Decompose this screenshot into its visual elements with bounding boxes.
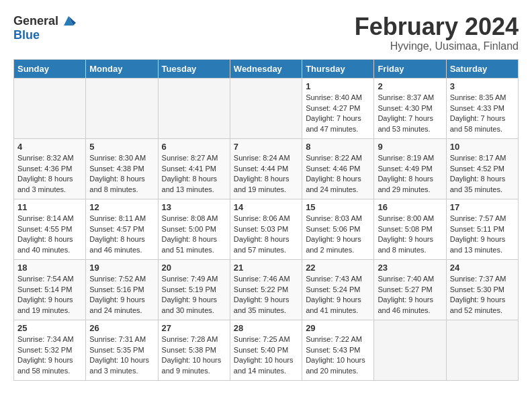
column-header-sunday: Sunday [14, 59, 86, 78]
calendar-cell [14, 78, 86, 138]
calendar-cell [86, 78, 158, 138]
day-info: Sunrise: 8:19 AM Sunset: 4:49 PM Dayligh… [378, 153, 442, 196]
calendar-cell: 19Sunrise: 7:52 AM Sunset: 5:16 PM Dayli… [86, 259, 158, 320]
day-number: 2 [378, 81, 442, 91]
calendar-cell: 1Sunrise: 8:40 AM Sunset: 4:27 PM Daylig… [302, 78, 374, 138]
day-number: 1 [306, 81, 370, 91]
column-header-saturday: Saturday [446, 59, 518, 78]
day-info: Sunrise: 8:27 AM Sunset: 4:41 PM Dayligh… [162, 153, 226, 196]
day-number: 21 [234, 263, 298, 273]
day-info: Sunrise: 7:34 AM Sunset: 5:32 PM Dayligh… [17, 334, 82, 377]
header: General Blue February 2024 Hyvinge, Uusi… [13, 13, 519, 52]
calendar-cell: 11Sunrise: 8:14 AM Sunset: 4:55 PM Dayli… [14, 199, 86, 259]
week-row-3: 11Sunrise: 8:14 AM Sunset: 4:55 PM Dayli… [14, 199, 519, 259]
calendar-cell [158, 78, 230, 138]
calendar-cell: 5Sunrise: 8:30 AM Sunset: 4:38 PM Daylig… [86, 138, 158, 199]
calendar-cell: 21Sunrise: 7:46 AM Sunset: 5:22 PM Dayli… [230, 259, 302, 320]
calendar-cell: 10Sunrise: 8:17 AM Sunset: 4:52 PM Dayli… [446, 138, 518, 199]
day-info: Sunrise: 8:17 AM Sunset: 4:52 PM Dayligh… [450, 153, 515, 196]
day-info: Sunrise: 7:46 AM Sunset: 5:22 PM Dayligh… [234, 274, 298, 317]
day-number: 24 [450, 263, 515, 273]
day-info: Sunrise: 8:35 AM Sunset: 4:33 PM Dayligh… [450, 93, 515, 136]
day-number: 16 [378, 202, 442, 212]
day-info: Sunrise: 8:40 AM Sunset: 4:27 PM Dayligh… [306, 93, 370, 136]
day-number: 10 [450, 142, 515, 152]
day-number: 20 [162, 263, 226, 273]
day-info: Sunrise: 7:54 AM Sunset: 5:14 PM Dayligh… [17, 274, 82, 317]
day-number: 7 [234, 142, 298, 152]
day-number: 3 [450, 81, 515, 91]
day-info: Sunrise: 8:30 AM Sunset: 4:38 PM Dayligh… [89, 153, 154, 196]
calendar-cell: 27Sunrise: 7:28 AM Sunset: 5:38 PM Dayli… [158, 320, 230, 380]
calendar-cell: 2Sunrise: 8:37 AM Sunset: 4:30 PM Daylig… [374, 78, 446, 138]
header-row: SundayMondayTuesdayWednesdayThursdayFrid… [14, 59, 519, 78]
calendar-cell [374, 320, 446, 380]
calendar-cell: 24Sunrise: 7:37 AM Sunset: 5:30 PM Dayli… [446, 259, 518, 320]
calendar-cell: 28Sunrise: 7:25 AM Sunset: 5:40 PM Dayli… [230, 320, 302, 380]
day-number: 8 [306, 142, 370, 152]
calendar-cell: 25Sunrise: 7:34 AM Sunset: 5:32 PM Dayli… [14, 320, 86, 380]
day-number: 9 [378, 142, 442, 152]
day-number: 25 [17, 323, 82, 333]
calendar-cell: 23Sunrise: 7:40 AM Sunset: 5:27 PM Dayli… [374, 259, 446, 320]
day-number: 5 [89, 142, 154, 152]
day-info: Sunrise: 8:37 AM Sunset: 4:30 PM Dayligh… [378, 93, 442, 136]
calendar-cell: 12Sunrise: 8:11 AM Sunset: 4:57 PM Dayli… [86, 199, 158, 259]
calendar-cell: 6Sunrise: 8:27 AM Sunset: 4:41 PM Daylig… [158, 138, 230, 199]
day-number: 19 [89, 263, 154, 273]
day-info: Sunrise: 7:22 AM Sunset: 5:43 PM Dayligh… [306, 334, 370, 377]
column-header-tuesday: Tuesday [158, 59, 230, 78]
calendar-table: SundayMondayTuesdayWednesdayThursdayFrid… [13, 59, 519, 381]
week-row-4: 18Sunrise: 7:54 AM Sunset: 5:14 PM Dayli… [14, 259, 519, 320]
calendar-cell: 15Sunrise: 8:03 AM Sunset: 5:06 PM Dayli… [302, 199, 374, 259]
calendar-cell: 29Sunrise: 7:22 AM Sunset: 5:43 PM Dayli… [302, 320, 374, 380]
day-number: 28 [234, 323, 298, 333]
day-number: 14 [234, 202, 298, 212]
calendar-cell: 3Sunrise: 8:35 AM Sunset: 4:33 PM Daylig… [446, 78, 518, 138]
column-header-friday: Friday [374, 59, 446, 78]
day-info: Sunrise: 8:06 AM Sunset: 5:03 PM Dayligh… [234, 214, 298, 257]
calendar-cell: 20Sunrise: 7:49 AM Sunset: 5:19 PM Dayli… [158, 259, 230, 320]
calendar-cell: 17Sunrise: 7:57 AM Sunset: 5:11 PM Dayli… [446, 199, 518, 259]
calendar-cell: 14Sunrise: 8:06 AM Sunset: 5:03 PM Dayli… [230, 199, 302, 259]
week-row-1: 1Sunrise: 8:40 AM Sunset: 4:27 PM Daylig… [14, 78, 519, 138]
day-info: Sunrise: 7:52 AM Sunset: 5:16 PM Dayligh… [89, 274, 154, 317]
day-info: Sunrise: 8:32 AM Sunset: 4:36 PM Dayligh… [17, 153, 82, 196]
day-number: 17 [450, 202, 515, 212]
calendar-cell: 9Sunrise: 8:19 AM Sunset: 4:49 PM Daylig… [374, 138, 446, 199]
day-info: Sunrise: 8:22 AM Sunset: 4:46 PM Dayligh… [306, 153, 370, 196]
calendar-cell: 26Sunrise: 7:31 AM Sunset: 5:35 PM Dayli… [86, 320, 158, 380]
column-header-wednesday: Wednesday [230, 59, 302, 78]
calendar-cell: 22Sunrise: 7:43 AM Sunset: 5:24 PM Dayli… [302, 259, 374, 320]
column-header-thursday: Thursday [302, 59, 374, 78]
day-info: Sunrise: 8:24 AM Sunset: 4:44 PM Dayligh… [234, 153, 298, 196]
logo: General Blue [13, 13, 76, 42]
title-area: February 2024 Hyvinge, Uusimaa, Finland [355, 13, 519, 52]
day-number: 12 [89, 202, 154, 212]
day-info: Sunrise: 8:03 AM Sunset: 5:06 PM Dayligh… [306, 214, 370, 257]
day-number: 11 [17, 202, 82, 212]
day-number: 18 [17, 263, 82, 273]
day-info: Sunrise: 7:25 AM Sunset: 5:40 PM Dayligh… [234, 334, 298, 377]
column-header-monday: Monday [86, 59, 158, 78]
day-number: 22 [306, 263, 370, 273]
day-number: 26 [89, 323, 154, 333]
day-info: Sunrise: 7:37 AM Sunset: 5:30 PM Dayligh… [450, 274, 515, 317]
day-info: Sunrise: 7:40 AM Sunset: 5:27 PM Dayligh… [378, 274, 442, 317]
day-info: Sunrise: 8:11 AM Sunset: 4:57 PM Dayligh… [89, 214, 154, 257]
logo-blue-text: Blue [13, 28, 40, 42]
location-title: Hyvinge, Uusimaa, Finland [355, 40, 519, 52]
month-title: February 2024 [355, 13, 519, 40]
day-number: 15 [306, 202, 370, 212]
day-number: 29 [306, 323, 370, 333]
day-info: Sunrise: 7:28 AM Sunset: 5:38 PM Dayligh… [162, 334, 226, 377]
calendar-cell: 4Sunrise: 8:32 AM Sunset: 4:36 PM Daylig… [14, 138, 86, 199]
day-number: 27 [162, 323, 226, 333]
logo-icon [61, 13, 76, 28]
calendar-cell: 13Sunrise: 8:08 AM Sunset: 5:00 PM Dayli… [158, 199, 230, 259]
calendar-cell [446, 320, 518, 380]
day-number: 6 [162, 142, 226, 152]
day-info: Sunrise: 7:57 AM Sunset: 5:11 PM Dayligh… [450, 214, 515, 257]
week-row-2: 4Sunrise: 8:32 AM Sunset: 4:36 PM Daylig… [14, 138, 519, 199]
calendar-cell [230, 78, 302, 138]
